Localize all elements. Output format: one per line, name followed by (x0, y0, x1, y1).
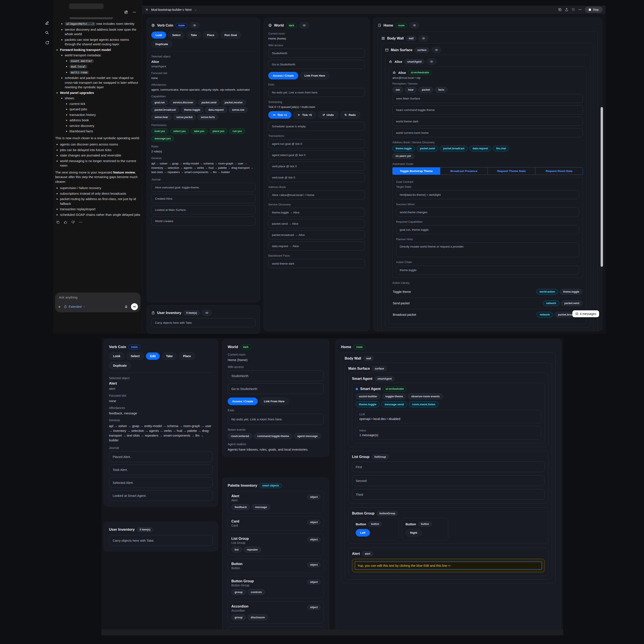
mode-selector[interactable]: Extended (64, 305, 85, 308)
action-chain-input[interactable] (396, 265, 579, 275)
wiki-input[interactable] (268, 49, 365, 58)
chat-input[interactable]: Ask anything + Extended (55, 292, 140, 312)
permission-chip[interactable]: look:yes (151, 128, 168, 134)
capability-chip[interactable]: message.send (381, 401, 407, 407)
capability-chip[interactable]: theme.toggle (356, 401, 380, 407)
goto-room-item[interactable]: Go to StudioNorth (268, 60, 365, 69)
eye-toggle[interactable] (431, 47, 441, 53)
messages-pill[interactable]: 4 messages (572, 310, 599, 317)
list-group-item[interactable]: Second (352, 475, 545, 486)
sense-chip[interactable]: hear (405, 87, 417, 93)
service-chip[interactable]: packet.send (417, 146, 438, 151)
tab-toggle-theme[interactable]: Toggle Bootstrap Theme (393, 167, 440, 175)
target-state-input[interactable] (396, 190, 579, 199)
chat-bubble-icon[interactable] (45, 41, 49, 45)
search-icon[interactable] (45, 31, 49, 35)
share-icon[interactable] (565, 8, 568, 11)
new-chat-icon[interactable] (45, 21, 49, 25)
link-from-here-button[interactable]: Link From Here (300, 72, 330, 79)
access-create-button[interactable]: Access / Create (268, 72, 298, 79)
trait-chip[interactable]: assist-builder (356, 393, 380, 399)
chat-menu-icon[interactable] (133, 10, 136, 14)
capability-chip[interactable]: packet.broadcast (151, 107, 179, 113)
copy-artifact-icon[interactable] (558, 8, 562, 11)
permission-chip[interactable]: message:yes (151, 136, 174, 141)
more-icon[interactable] (79, 220, 82, 224)
capability-chip[interactable]: goal.run (151, 100, 168, 105)
thumbs-down-icon[interactable] (71, 220, 75, 224)
verb-edit[interactable]: Edit (146, 352, 160, 360)
left-button[interactable]: Left (356, 529, 370, 537)
capability-chip[interactable]: service.discover (170, 100, 196, 105)
eye-toggle[interactable] (409, 22, 419, 28)
link-from-here-button[interactable]: Link From Here (259, 398, 289, 405)
room-event-chip[interactable]: command:toggle-theme (254, 433, 292, 439)
redo-button[interactable]: ↻Redo (340, 111, 360, 119)
eye-toggle[interactable] (202, 310, 212, 316)
palette-item[interactable]: Alert Alert object feedbackmessage (228, 491, 324, 513)
undo-button[interactable]: ↺Undo (318, 111, 338, 119)
capability-chip[interactable]: sense.facts (197, 114, 218, 120)
service-chip[interactable]: packet.broadcast (440, 146, 468, 151)
verb-run-goal[interactable]: Run Goal (220, 32, 241, 39)
stop-button[interactable]: Stop (585, 6, 603, 13)
right-button[interactable]: Right (406, 529, 422, 537)
verb-select[interactable]: Select (126, 352, 144, 360)
capability-chip[interactable]: sense.see (229, 107, 248, 113)
verb-place[interactable]: Place (179, 352, 195, 360)
verb-place[interactable]: Place (203, 32, 218, 39)
title-chevron-icon[interactable]: ⌄ (194, 8, 197, 11)
palette-item[interactable]: Button Button object (228, 559, 324, 573)
scrollbar-thumb[interactable] (601, 107, 603, 267)
verb-look[interactable]: Look (109, 352, 124, 360)
room-event-chip[interactable]: room:entered (228, 433, 252, 439)
permission-chip[interactable]: place:yes (209, 128, 228, 134)
capability-chip[interactable]: sense.hear (151, 114, 171, 120)
verb-look[interactable]: Look (151, 32, 166, 39)
palette-item[interactable]: Card Card object (228, 516, 324, 530)
planner-hints-textarea[interactable]: Directly mutate world theme or request a… (396, 243, 579, 257)
trait-chip[interactable]: toggle-theme (382, 393, 406, 399)
action-row[interactable]: Broadcast packet networkpacket.broadcast (392, 309, 583, 320)
verb-duplicate[interactable]: Duplicate (109, 362, 131, 369)
room-event-chip[interactable]: agent-message (294, 433, 321, 439)
goto-room-item[interactable]: Go to StudioNorth (228, 383, 324, 394)
eye-toggle[interactable] (299, 22, 309, 28)
action-row[interactable]: Toggle theme world-actiontheme.toggle (392, 286, 583, 297)
list-group-item[interactable]: Third (352, 489, 545, 500)
eye-toggle[interactable] (427, 58, 437, 65)
palette-item[interactable]: List Group List Group object listrepeate… (228, 534, 324, 556)
success-when-input[interactable] (396, 208, 579, 217)
alert-editable-text[interactable]: Yup, you can edit this text by clicking … (355, 562, 542, 570)
permission-chip[interactable]: select:yes (170, 128, 189, 134)
verb-take[interactable]: Take (186, 32, 201, 39)
edit-chat-icon[interactable] (124, 10, 128, 14)
palette-item[interactable]: Accordion Accordion object groupdisclosu… (228, 601, 324, 623)
verb-take[interactable]: Take (162, 352, 177, 360)
service-chip[interactable]: data.request (469, 146, 491, 151)
verb-duplicate[interactable]: Duplicate (151, 41, 172, 48)
capability-chip[interactable]: sense.packet (173, 114, 196, 120)
list-group-item[interactable]: First (352, 461, 545, 472)
palette-item[interactable]: Button Group Button Group object groupco… (228, 576, 324, 598)
sense-chip[interactable]: packet (418, 87, 433, 93)
artifact-title[interactable]: Mud-bootstrap-builder-v Next (151, 8, 192, 11)
tab-request-theme-state[interactable]: Request Theme State (488, 167, 535, 175)
service-chip[interactable]: theme.toggle (392, 146, 415, 151)
history-icon[interactable] (571, 8, 575, 11)
verb-select[interactable]: Select (168, 32, 185, 39)
mic-icon[interactable] (124, 305, 128, 309)
permission-chip[interactable]: run:yes (229, 128, 245, 134)
thumbs-up-icon[interactable] (64, 220, 67, 224)
action-row[interactable]: Send packet networkpacket.send (392, 297, 583, 309)
capability-chip[interactable]: data.request (205, 107, 227, 113)
access-create-button[interactable]: Access / Create (228, 398, 258, 405)
wiki-input[interactable] (228, 370, 324, 381)
tick-plus1-button[interactable]: Tick +1 (268, 111, 291, 119)
capability-chip[interactable]: room.event.listen (409, 401, 439, 407)
required-capabilities-input[interactable] (396, 225, 579, 234)
copy-icon[interactable] (56, 220, 60, 224)
close-icon[interactable]: ✕ (145, 8, 148, 12)
capability-chip[interactable]: theme.toggle (181, 107, 204, 113)
voice-mode-button[interactable] (131, 303, 138, 310)
